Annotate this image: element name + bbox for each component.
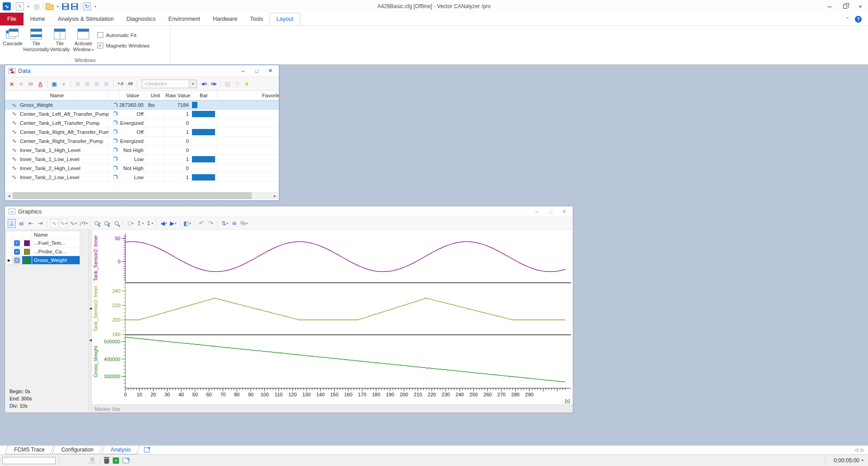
cascade-button[interactable]: Cascade (1, 27, 24, 52)
matlab-interface-icon[interactable]: ↗ (113, 457, 119, 464)
signal-view-icon[interactable]: ∿ (50, 219, 58, 228)
help-icon[interactable]: ? (855, 16, 862, 23)
maximize-button[interactable]: □ (544, 207, 557, 217)
legend-row[interactable]: ▶✓Gross_Weight (6, 256, 80, 265)
open-dropdown-icon[interactable]: ▾ (56, 2, 60, 10)
table-row[interactable]: ∿Gross_Weight287360.00lbs7184 (5, 100, 279, 109)
close-button[interactable]: ✕ (557, 207, 571, 217)
tile-horizontally-button[interactable]: TileHorizontally (24, 27, 48, 52)
measurement-cursor-icon[interactable]: ⊥ (8, 219, 16, 228)
signal-colors-icon[interactable]: ≋ (230, 219, 238, 228)
zoom-y-icon[interactable]: y (103, 219, 111, 228)
legend-row[interactable]: ✓...Fuel_Tem... (6, 239, 80, 247)
ribbon-tab-file[interactable]: File (0, 13, 24, 25)
find-previous-icon[interactable]: ◀A (200, 79, 208, 88)
table-row[interactable]: ∿Center_Tank_Left_Aft_Transfer_PumpOff1 (5, 109, 279, 119)
ribbon-tab-hardware[interactable]: Hardware (206, 13, 244, 25)
undo-icon[interactable]: ↶ (197, 219, 205, 228)
pause-icon[interactable]: ▮▮ (27, 79, 35, 88)
graphics-window-titlebar[interactable]: ∿ Graphics ─□✕ (5, 206, 573, 217)
outdent-icon[interactable]: ≣ (102, 79, 110, 88)
minimize-button[interactable]: ─ (822, 0, 837, 12)
import-dropdown-icon[interactable]: ▾ (26, 2, 30, 10)
xy-mode-icon[interactable]: ↕ˣʸ▾ (79, 219, 87, 228)
search-input[interactable]: <Search>▾ (142, 80, 197, 88)
qat-customize-icon[interactable]: ▾ (93, 2, 97, 10)
page-tab-analysis[interactable]: Analysis (101, 446, 140, 454)
activate-window-button[interactable]: ActivateWindow ▾ (72, 27, 95, 52)
scrollbar-thumb[interactable] (13, 192, 252, 199)
table-row[interactable]: ∿Inner_Tank_2_Low_LevelLow1 (5, 173, 279, 182)
zoom-window-icon[interactable] (112, 219, 120, 228)
tab-scroll-left-icon[interactable]: ◁ (855, 447, 858, 452)
signal-view-mode-icon[interactable]: ∿▾ (60, 219, 68, 228)
app-icon[interactable]: ∿ (3, 2, 11, 10)
open-configuration-icon[interactable] (46, 5, 53, 10)
tab-scroll-right-icon[interactable]: ▷ (861, 447, 864, 452)
table-row[interactable]: ∿Center_Tank_Right_Aft_Transfer_PumpOff1 (5, 128, 279, 137)
text-format-icon[interactable]: A (36, 79, 44, 88)
redo-icon[interactable]: ↷ (206, 219, 215, 228)
table-row[interactable]: ∿Inner_Tank_1_Low_LevelLow1 (5, 155, 279, 164)
graphics-plot[interactable]: 500Tank_Sensor2::Inner240220200180Tank_S… (92, 230, 573, 406)
table-row[interactable]: ∿Center_Tank_Right_Transfer_PumpEnergize… (5, 137, 279, 146)
expand-all-icon[interactable]: ≣ (74, 79, 82, 88)
table-row[interactable]: ∿Inner_Tank_1_High_LevelNot High0 (5, 146, 279, 155)
column-header-raw-value[interactable]: Raw Value (165, 91, 192, 100)
previous-sample-icon[interactable]: ◀▾ (159, 219, 168, 228)
measure-percent-icon[interactable]: %▾ (240, 219, 248, 228)
measurement-time[interactable]: 0:00:05:00 ▾ (829, 457, 868, 464)
favorites-icon[interactable]: ★ (243, 79, 251, 88)
axis-config-icon[interactable]: ⇅▾ (221, 219, 229, 228)
save-configuration-icon[interactable] (62, 3, 69, 10)
columns-icon[interactable]: ▤ (224, 79, 232, 88)
marker-bar[interactable]: Marker Bar (92, 404, 573, 413)
measurement-setup-icon[interactable]: ↻ (83, 2, 91, 10)
ribbon-tab-home[interactable]: Home (24, 13, 51, 25)
data-window-titlebar[interactable]: Data ─□✕ (5, 65, 279, 77)
save-configuration-as-icon[interactable] (71, 3, 78, 10)
ribbon-tab-analysis-stimulation[interactable]: Analysis & Stimulation (52, 13, 120, 25)
restore-button[interactable] (837, 0, 853, 12)
signal-visible-checkbox[interactable]: ✓ (14, 249, 20, 255)
tile-vertically-button[interactable]: TileVertically (48, 27, 72, 52)
data-horizontal-scrollbar[interactable]: ◂ ▸ (5, 192, 278, 200)
page-tab-fcms-trace[interactable]: FCMS Trace (5, 446, 54, 454)
find-next-icon[interactable]: A▶ (210, 79, 218, 88)
column-header-favorites[interactable]: Favorites (216, 91, 279, 100)
close-button[interactable]: × (853, 0, 868, 12)
next-sample-icon[interactable]: ▶▾ (169, 219, 177, 228)
sine-display-icon[interactable]: ∿▾ (69, 219, 77, 228)
status-input[interactable] (2, 457, 56, 464)
column-header-unit[interactable]: Unit (146, 91, 165, 100)
zoom-x-icon[interactable]: x (93, 219, 101, 228)
maximize-button[interactable]: □ (250, 66, 264, 76)
delete-icon[interactable]: × (8, 79, 16, 88)
marker-next-icon[interactable]: ⇥ (36, 219, 44, 228)
ribbon-tab-environment[interactable]: Environment (162, 13, 206, 25)
search-dropdown-icon[interactable]: ▾ (189, 80, 197, 88)
delete-all-icon[interactable]: × (17, 79, 25, 88)
filter-icon[interactable]: ▽ (233, 79, 241, 88)
minimize-button[interactable]: ─ (530, 207, 544, 217)
layout-icon[interactable]: ◧▾ (183, 219, 191, 228)
paste-icon[interactable]: ▣ (50, 79, 58, 88)
magnetic-windows-checkbox[interactable]: ✓Magnetic Windows (97, 43, 150, 48)
select-range-icon[interactable]: □▾ (126, 219, 134, 228)
column-header-bar[interactable]: Bar (192, 91, 216, 100)
import-configuration-icon[interactable]: ϟ (16, 2, 24, 10)
automatic-fit-checkbox[interactable]: Automatic Fit (97, 32, 150, 38)
scroll-right-icon[interactable]: ▸ (271, 194, 278, 198)
minimize-button[interactable]: ─ (236, 66, 250, 76)
trace-storage-icon[interactable] (104, 458, 109, 464)
signal-visible-checkbox[interactable]: ✓ (14, 240, 20, 246)
ribbon-tab-layout[interactable]: Layout (269, 13, 300, 25)
record-icon[interactable]: ● (60, 79, 68, 88)
scroll-left-icon[interactable]: ◂ (5, 194, 13, 198)
write-window-icon[interactable] (123, 458, 129, 463)
ribbon-tab-diagnostics[interactable]: Diagnostics (120, 13, 162, 25)
column-header-value[interactable]: Value (120, 91, 146, 100)
column-header-name[interactable]: Name (5, 91, 109, 100)
table-row[interactable]: ∿Inner_Tank_2_High_LevelNot High0 (5, 164, 279, 173)
column-header-spacer[interactable] (109, 91, 120, 100)
